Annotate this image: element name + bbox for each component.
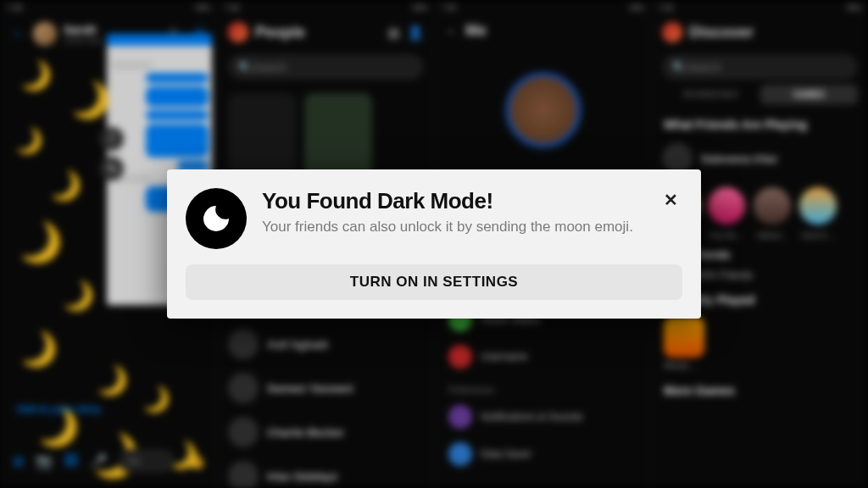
contact-status: Active Now xyxy=(64,36,102,45)
dark-mode-modal: You Found Dark Mode! Your friends can al… xyxy=(167,169,701,319)
contact-row: Sameer Vaswani xyxy=(218,366,434,410)
setting-row: Data Saver xyxy=(435,435,651,473)
edit-icon: ✎ xyxy=(100,157,124,180)
contact-row: Charlie Becker xyxy=(218,410,434,454)
discover-search: 🔍 Search xyxy=(662,54,858,80)
tab-games: GAMES xyxy=(760,85,859,104)
setting-row: Notifications & Sounds xyxy=(435,398,651,435)
camera-icon: 📷 xyxy=(36,453,53,469)
moon-icon xyxy=(186,188,247,249)
turn-on-settings-button[interactable]: TURN ON IN SETTINGS xyxy=(186,264,682,300)
back-icon: ← xyxy=(11,25,26,43)
add-contact-icon: 👤 xyxy=(407,25,424,41)
search-icon: 🔍 xyxy=(238,61,252,74)
thumbs-up-icon: 👍 xyxy=(186,452,205,470)
close-button[interactable]: ✕ xyxy=(659,188,682,212)
people-search: 🔍 Search xyxy=(228,54,424,80)
chat-input-bar: ⊞ 📷 🖼 🎤 Aa 👍 xyxy=(1,449,217,473)
preferences-label: Preferences xyxy=(435,375,651,398)
section-playing: What Friends Are Playing xyxy=(652,109,868,136)
setting-row: Username xyxy=(435,338,651,375)
contacts-icon: ▦ xyxy=(387,25,400,41)
contact-row: Asif Aghadi xyxy=(218,322,434,366)
contact-name: Sarah xyxy=(64,23,102,36)
search-icon: 🔍 xyxy=(672,61,686,74)
profile-avatar xyxy=(505,72,581,148)
contact-row: Irfan Siddiqui xyxy=(218,454,434,488)
discover-title: Discover xyxy=(689,24,754,42)
modal-title: You Found Dark Mode! xyxy=(262,188,643,214)
back-icon: ← xyxy=(445,24,459,39)
people-title: People xyxy=(255,24,305,42)
section-more: More Games xyxy=(652,375,868,402)
close-icon: ✕ xyxy=(664,190,678,210)
tab-businesses: BUSINESSES xyxy=(662,85,760,104)
gallery-icon: 🖼 xyxy=(64,453,78,469)
contacts-list: Asif Aghadi Sameer Vaswani Charlie Becke… xyxy=(218,322,434,488)
apps-icon: ⊞ xyxy=(13,453,24,469)
share-icon: ⤴ xyxy=(100,127,124,151)
status-bar: 7:2543% xyxy=(1,0,217,15)
discover-tabs: BUSINESSES GAMES xyxy=(662,85,858,104)
modal-body: Your friends can also unlock it by sendi… xyxy=(262,218,643,237)
recent-game-tile xyxy=(664,317,704,358)
me-title: Me xyxy=(465,22,487,40)
add-story: Add to your story xyxy=(16,403,101,415)
recent-game-label: Words… xyxy=(664,361,856,370)
mic-icon: 🎤 xyxy=(90,453,107,469)
